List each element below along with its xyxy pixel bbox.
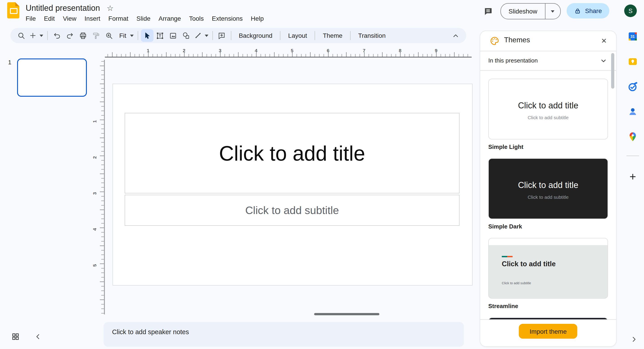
ruler-mark: 1 (144, 48, 152, 53)
toolbar-divider (212, 31, 213, 40)
logo-screen (10, 8, 18, 14)
themes-scope-select[interactable]: In this presentation (480, 51, 616, 70)
comment-history-icon[interactable] (483, 7, 493, 16)
zoom-icon[interactable] (102, 29, 115, 42)
slideshow-button[interactable]: Slideshow (500, 3, 561, 19)
title-placeholder-box[interactable]: Click to add title (125, 113, 460, 193)
new-slide-icon[interactable] (28, 29, 38, 42)
chevron-down-icon (600, 57, 607, 64)
insert-shape-icon[interactable] (180, 29, 192, 42)
text-box-icon[interactable] (154, 29, 166, 42)
collapse-toolbar-icon[interactable] (449, 29, 462, 42)
ruler-mark: 2 (180, 48, 188, 53)
menu-format[interactable]: Format (104, 14, 132, 23)
speaker-notes[interactable]: Click to add speaker notes (104, 322, 464, 347)
share-label: Share (585, 7, 602, 14)
theme-preview: Click to add title Click to add subtitle (488, 158, 608, 219)
ruler-mark: 3 (92, 188, 101, 195)
menu-arrange[interactable]: Arrange (154, 14, 185, 23)
grid-view-icon[interactable] (11, 332, 20, 341)
share-button[interactable]: Share (566, 3, 610, 18)
ruler-mark: 2 (92, 152, 101, 159)
new-slide-dropdown[interactable] (38, 29, 44, 42)
theme-button[interactable]: Theme (318, 29, 348, 42)
document-title[interactable]: Untitled presentation (26, 3, 100, 13)
svg-text:31: 31 (630, 34, 635, 39)
ruler-mark: 9 (432, 48, 440, 53)
select-cursor-icon[interactable] (141, 29, 153, 42)
menu-edit[interactable]: Edit (40, 14, 59, 23)
menu-extensions[interactable]: Extensions (208, 14, 247, 23)
maps-icon[interactable] (627, 131, 638, 142)
zoom-dropdown[interactable] (128, 29, 135, 42)
ruler-mark: 6 (324, 48, 332, 53)
insert-image-icon[interactable] (167, 29, 179, 42)
menu-tools[interactable]: Tools (185, 14, 208, 23)
line-dropdown[interactable] (203, 29, 210, 42)
menu-insert[interactable]: Insert (80, 14, 104, 23)
menubar: File Edit View Insert Format Slide Arran… (22, 14, 268, 23)
get-add-ons-icon[interactable]: + (627, 171, 638, 182)
menu-file[interactable]: File (22, 14, 40, 23)
theme-option-streamline[interactable]: Click to add title Click to add subtitle… (488, 238, 608, 310)
star-icon[interactable]: ☆ (107, 4, 114, 12)
subtitle-placeholder-box[interactable]: Click to add subtitle (125, 195, 460, 226)
account-avatar[interactable]: S (624, 4, 637, 17)
undo-icon[interactable] (50, 29, 63, 42)
layout-button[interactable]: Layout (283, 29, 312, 42)
theme-option-simple-dark[interactable]: Click to add title Click to add subtitle… (488, 158, 608, 230)
slides-logo[interactable] (7, 2, 19, 18)
redo-icon[interactable] (64, 29, 76, 42)
horizontal-ruler: 1 2 3 4 5 6 7 8 9 (105, 49, 472, 57)
collapse-filmstrip-icon[interactable] (34, 333, 42, 341)
ruler-mark: 5 (288, 48, 296, 53)
vertical-ruler: 1 2 3 4 5 (94, 60, 105, 314)
ruler-mark: 7 (360, 48, 368, 53)
speaker-notes-placeholder: Click to add speaker notes (112, 328, 189, 336)
menu-slide[interactable]: Slide (132, 14, 154, 23)
zoom-select[interactable]: Fit (116, 32, 128, 39)
caret-down-icon (130, 34, 134, 37)
keep-icon[interactable] (627, 56, 638, 67)
caret-down-icon (40, 34, 43, 37)
expand-side-panel-icon[interactable] (630, 336, 638, 343)
palette-icon (490, 36, 500, 46)
theme-preview: Click to add title Click to add subtitle (488, 79, 608, 139)
ruler-mark: 1 (92, 116, 101, 123)
contacts-icon[interactable] (627, 106, 638, 117)
horizontal-scrollbar-thumb[interactable] (314, 313, 380, 315)
slide-number: 1 (8, 59, 11, 66)
theme-preview-header-strip (489, 238, 608, 245)
add-comment-icon[interactable] (215, 29, 228, 42)
theme-name: Simple Dark (488, 223, 608, 230)
background-button[interactable]: Background (234, 29, 277, 42)
panel-scrollbar-thumb[interactable] (611, 53, 614, 89)
menu-help[interactable]: Help (247, 14, 268, 23)
tasks-icon[interactable] (627, 81, 638, 92)
ruler-ticks (97, 60, 104, 314)
close-icon[interactable]: ✕ (599, 36, 609, 46)
insert-line-icon[interactable] (193, 29, 203, 42)
google-slides-app: Untitled presentation ☆ File Edit View I… (0, 0, 644, 349)
subtitle-placeholder-text: Click to add subtitle (245, 204, 339, 217)
import-theme-button[interactable]: Import theme (519, 324, 578, 339)
logo-fold (15, 2, 19, 6)
paint-format-icon[interactable] (90, 29, 102, 42)
slideshow-dropdown[interactable] (546, 3, 560, 19)
search-menus-icon[interactable] (15, 29, 28, 42)
transition-button[interactable]: Transition (353, 29, 391, 42)
themes-list: Click to add title Click to add subtitle… (480, 71, 616, 321)
slide-canvas[interactable]: Click to add title Click to add subtitle (112, 84, 472, 286)
slideshow-label[interactable]: Slideshow (501, 3, 545, 19)
caret-down-icon (204, 34, 208, 37)
theme-option-simple-light[interactable]: Click to add title Click to add subtitle… (488, 79, 608, 150)
themes-panel-header: Themes ✕ (480, 31, 616, 51)
print-icon[interactable] (76, 29, 89, 42)
main-toolbar: Fit Background Layout Them (10, 28, 466, 43)
slide-thumbnail-1[interactable] (17, 58, 87, 97)
theme-name: Simple Light (488, 143, 608, 150)
lock-icon (574, 7, 581, 14)
theme-accent-dashes (502, 256, 512, 257)
calendar-icon[interactable]: 31 (627, 31, 638, 42)
menu-view[interactable]: View (59, 14, 80, 23)
